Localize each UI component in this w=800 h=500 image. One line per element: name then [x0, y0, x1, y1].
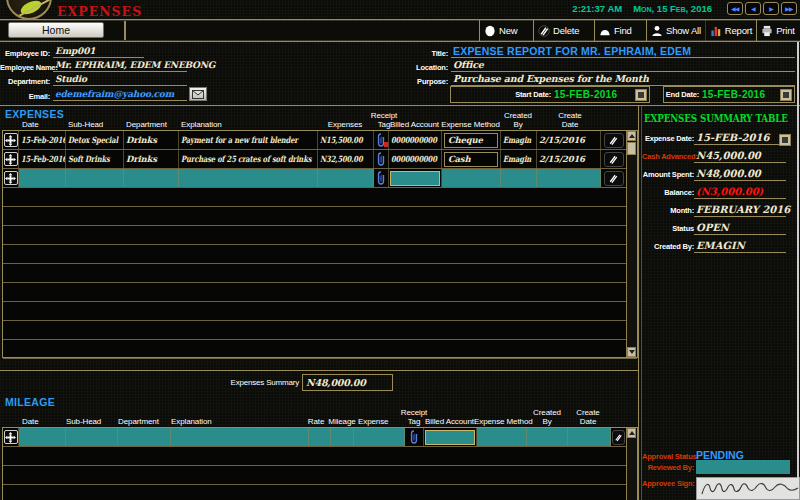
- col-header-subhead: Sub-Head: [66, 417, 101, 426]
- report-button[interactable]: Report: [705, 20, 756, 41]
- delete-label: Delete: [553, 25, 579, 36]
- row-move-handle[interactable]: [4, 133, 18, 147]
- mileage-header-row: Date Sub-Head Department Explanation Rat…: [2, 403, 636, 427]
- new-rate-field[interactable]: [309, 428, 331, 446]
- employee-name-field[interactable]: Mr. EPHRAIM, EDEM ENEBONG: [53, 59, 187, 72]
- cell-explanation: Purchase of 25 crates of soft drinks: [181, 154, 311, 164]
- row-move-handle[interactable]: [4, 430, 18, 444]
- month-field[interactable]: FEBRUARY 2016: [694, 203, 786, 217]
- expense-date-picker-button[interactable]: [779, 134, 791, 146]
- new-expense-method-field[interactable]: [442, 169, 501, 187]
- reviewed-by-row: Reviewed By:: [642, 460, 790, 474]
- new-create-date-field[interactable]: [537, 169, 601, 187]
- receipt-tag-cell[interactable]: [374, 131, 389, 149]
- start-date-picker-button[interactable]: [635, 89, 647, 101]
- new-department-field[interactable]: [124, 169, 179, 187]
- new-create-date-field[interactable]: [568, 428, 611, 446]
- scroll-up-button[interactable]: [627, 428, 636, 438]
- start-date-value[interactable]: 15-FEB-2016: [554, 89, 617, 100]
- cell-billed-account: 0000000000: [391, 135, 437, 145]
- new-subhead-field[interactable]: [66, 428, 118, 446]
- new-billed-account-field[interactable]: [390, 171, 440, 186]
- employee-id-field[interactable]: Emp001: [53, 45, 144, 58]
- new-expenses-field[interactable]: [318, 169, 374, 187]
- edit-row-button[interactable]: [612, 430, 625, 445]
- status-value: OPEN: [696, 222, 729, 233]
- mileage-new-row: [3, 428, 637, 447]
- approvee-signature[interactable]: [696, 477, 800, 500]
- receipt-tag-cell[interactable]: [405, 428, 424, 446]
- delete-button[interactable]: Delete: [533, 20, 594, 41]
- new-mileage-field[interactable]: [331, 428, 354, 446]
- nav-first-button[interactable]: ◀◀: [727, 2, 743, 15]
- new-button[interactable]: New: [479, 20, 533, 41]
- new-date-field[interactable]: [19, 428, 66, 446]
- new-expense-method-field[interactable]: [477, 428, 527, 446]
- edit-row-button[interactable]: [604, 152, 624, 167]
- home-button[interactable]: Home: [8, 22, 104, 38]
- expenses-header-row: Date Sub-Head Department Explanation Exp…: [2, 109, 636, 130]
- nav-next-button[interactable]: ▶: [763, 2, 779, 15]
- reviewed-by-field[interactable]: [696, 460, 790, 474]
- end-date-picker-button[interactable]: [780, 89, 792, 101]
- mileage-scrollbar[interactable]: [626, 428, 637, 500]
- email-field[interactable]: edemefraim@yahoo.com: [53, 88, 187, 101]
- cash-advanced-row: Cash Advanced: N45,000.00: [642, 149, 786, 163]
- new-subhead-field[interactable]: [66, 169, 124, 187]
- send-email-button[interactable]: [189, 87, 207, 101]
- expense-date-field[interactable]: 15-FEB-2016: [694, 131, 786, 145]
- show-all-icon: [651, 25, 663, 37]
- expense-method-field[interactable]: Cheque: [444, 133, 498, 148]
- new-created-by-field[interactable]: [501, 169, 537, 187]
- scroll-down-button[interactable]: [627, 347, 636, 357]
- edit-row-button[interactable]: [604, 171, 624, 186]
- location-field[interactable]: Office: [451, 59, 795, 72]
- new-created-by-field[interactable]: [527, 428, 568, 446]
- new-expense-field[interactable]: [354, 428, 405, 446]
- col-header-date: Date: [22, 120, 39, 129]
- scroll-thumb[interactable]: [627, 142, 636, 155]
- new-explanation-field[interactable]: [179, 169, 318, 187]
- expense-date-row: Expense Date: 15-FEB-2016: [642, 131, 786, 145]
- employee-id-label: Employee ID:: [0, 49, 53, 58]
- created-by-label: Created By:: [642, 242, 694, 253]
- status-field[interactable]: OPEN: [694, 221, 786, 235]
- pencil-icon: [613, 432, 624, 443]
- report-label: Report: [725, 25, 752, 36]
- new-date-field[interactable]: [19, 169, 66, 187]
- approvee-sign-label: Approvee Sign:: [642, 479, 694, 490]
- purpose-field[interactable]: Purchase and Expenses for the Month: [451, 73, 795, 86]
- new-billed-account-field[interactable]: [425, 430, 475, 445]
- title-value: EXPENSE REPORT FOR MR. EPHRAIM, EDEM: [453, 45, 691, 57]
- find-button[interactable]: Find: [594, 20, 646, 41]
- end-date-value[interactable]: 15-FEB-2016: [702, 89, 765, 100]
- department-field[interactable]: Studio: [53, 73, 187, 86]
- report-icon: [710, 25, 722, 37]
- title-field[interactable]: EXPENSE REPORT FOR MR. EPHRAIM, EDEM: [451, 45, 795, 58]
- month-value: FEBRUARY 2016: [696, 204, 790, 215]
- nav-prev-button[interactable]: ◀: [745, 2, 761, 15]
- show-all-button[interactable]: Show All: [646, 20, 705, 41]
- receipt-tag-cell[interactable]: [374, 150, 389, 168]
- print-button[interactable]: Print: [756, 20, 799, 41]
- amount-spent-field[interactable]: N48,000.00: [694, 167, 786, 181]
- edit-row-button[interactable]: [604, 133, 624, 148]
- new-explanation-field[interactable]: [171, 428, 309, 446]
- department-row: Department: Studio: [0, 72, 187, 86]
- scroll-up-button[interactable]: [627, 131, 636, 141]
- employee-id-value: Emp001: [55, 46, 95, 56]
- col-header-mileage: Mileage: [328, 417, 356, 426]
- cell-explanation: Payment for a new fruit blender: [181, 135, 298, 145]
- expense-method-field[interactable]: Cash: [444, 152, 498, 167]
- cash-advanced-field[interactable]: N45,000.00: [694, 149, 786, 163]
- balance-field[interactable]: (N3,000.00): [694, 185, 786, 199]
- toolbar: Home New Delete Find Show All Report Pri…: [0, 19, 800, 42]
- nav-last-button[interactable]: ▶▶: [781, 2, 797, 15]
- new-department-field[interactable]: [118, 428, 171, 446]
- receipt-tag-cell[interactable]: [374, 169, 389, 187]
- row-move-handle[interactable]: [4, 152, 18, 166]
- expenses-scrollbar[interactable]: [626, 131, 637, 357]
- expenses-table: 15-Feb-2016 Detox Special Drinks Payment…: [2, 130, 638, 358]
- row-move-handle[interactable]: [4, 171, 18, 185]
- created-by-field[interactable]: EMAGIN: [694, 239, 786, 253]
